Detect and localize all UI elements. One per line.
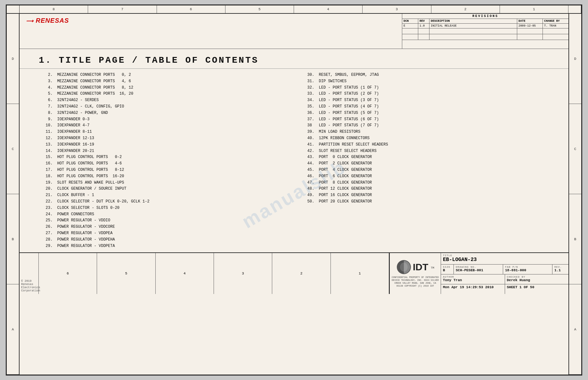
rev-changeby-val: T. TRAN — [543, 24, 568, 28]
col-5: 5 — [225, 5, 294, 13]
rev-data-row-3 — [402, 34, 568, 40]
bottom-col-4: 4 — [156, 253, 214, 294]
rev-rev-val: 1.0 — [418, 24, 429, 28]
row-d-left: D — [7, 14, 19, 104]
size-value: B — [443, 268, 445, 272]
title-section: 1. TITLE PAGE / TABLE OF CONTENTS — [20, 49, 568, 69]
sheet-cell: SHEET 1 OF 50 — [505, 284, 569, 294]
idt-confidential: CONFIDENTIAL PROPERTY OF INTEGRATED DEVI… — [391, 276, 439, 288]
author-label: AUTHOR — [443, 275, 503, 278]
col-7: 7 — [88, 5, 157, 13]
title-label: TITLE — [443, 254, 567, 257]
idt-text: IDT TM — [413, 262, 434, 273]
main-title: 1. TITLE PAGE / TABLE OF CONTENTS — [39, 55, 549, 65]
schematic-sheet: 8 7 6 5 4 3 2 1 D C B A manualslib — [6, 4, 582, 376]
author-value: Tony Tran — [443, 278, 462, 282]
rev-col-date: DATE — [517, 19, 543, 23]
checked-by-value: Derek Huang — [507, 278, 530, 282]
title-info-cell: TITLE EB-LOGAN-23 SIZE B — [441, 253, 568, 294]
revisions-title: REVISIONS — [402, 14, 568, 19]
rev-col-rev: REV — [418, 19, 429, 23]
rev-data-row-2 — [402, 28, 568, 34]
rev-value: 1.1 — [554, 268, 561, 272]
rev-date-val: 2009-12-05 — [517, 24, 543, 28]
right-sidebar: D C B A — [568, 14, 581, 375]
copyright-text: © 2019 Renesas Electronics Corporation — [21, 280, 40, 292]
drawing-row: SIZE B DRAWING NO. SCH-PESEB-001 FAB P/N… — [441, 265, 568, 274]
size-label: SIZE — [443, 265, 452, 268]
fab-pn-value: 18-691-000 — [505, 268, 526, 272]
title-block: IDT TM CONFIDENTIAL PROPERTY OF INTEGRAT… — [389, 253, 568, 294]
title-cell: TITLE EB-LOGAN-23 — [441, 253, 568, 264]
row-b-right: B — [569, 194, 581, 284]
col-6: 6 — [157, 5, 225, 13]
bottom-col-6: 6 — [39, 253, 97, 294]
rev-label: REV. — [554, 265, 567, 268]
rev-desc-val: INITIAL RELEASE — [429, 24, 517, 28]
checked-by-label: CHECKED BY — [507, 275, 567, 278]
idt-icon — [396, 259, 412, 275]
idt-logo: IDT TM — [396, 259, 434, 275]
bottom-col-2: 2 — [272, 253, 331, 294]
toc-area: 2. MEZZANINE CONNECTOR PORTS 0, 2 3. MEZ… — [20, 69, 568, 252]
toc-left-column: 2. MEZZANINE CONNECTOR PORTS 0, 2 3. MEZ… — [39, 72, 288, 249]
fab-pn-label: FAB P/N — [505, 265, 550, 268]
revisions-table: REVISIONS DCN REV DESCRIPTION DATE CHANG… — [402, 14, 568, 49]
top-border: 8 7 6 5 4 3 2 1 — [7, 5, 581, 14]
title-block-inner: IDT TM CONFIDENTIAL PROPERTY OF INTEGRAT… — [390, 253, 568, 294]
bottom-col-1: 1 — [331, 253, 389, 294]
rev-cell-block: REV. 1.1 — [552, 265, 568, 274]
row-c-left: C — [7, 104, 19, 194]
col-3: 3 — [363, 5, 431, 13]
svg-point-1 — [400, 263, 408, 272]
row-b-left: B — [7, 194, 19, 284]
rev-data-row-1: E 1.0 INITIAL RELEASE 2009-12-05 T. TRAN — [402, 24, 568, 28]
row-d-right: D — [569, 14, 581, 104]
date-sheet-row: Mon Apr 19 14:29:53 2010 SHEET 1 OF 50 — [441, 284, 568, 294]
title-row: TITLE EB-LOGAN-23 — [441, 253, 568, 264]
rev-dcn-val: E — [402, 24, 418, 28]
fab-pn-cell: FAB P/N 18-691-000 — [503, 265, 552, 274]
bottom-col-3: 3 — [214, 253, 272, 294]
row-a-left: A — [7, 284, 19, 375]
author-cell: AUTHOR Tony Tran — [441, 274, 505, 284]
sheet-value: SHEET 1 OF 50 — [507, 285, 535, 289]
drawing-no-label: DRAWING NO. — [456, 265, 501, 268]
col-1: 1 — [500, 5, 568, 13]
rev-col-desc: DESCRIPTION — [429, 19, 517, 23]
logo-text: RENESAS — [36, 17, 69, 24]
row-c-right: C — [569, 104, 581, 194]
size-cell: SIZE B — [441, 265, 454, 274]
col-8: 8 — [20, 5, 88, 13]
header-area: ⟶ RENESAS REVISIONS DCN REV DESCRIPTION … — [20, 14, 568, 49]
rev-header-row: DCN REV DESCRIPTION DATE CHANGE BY — [402, 19, 568, 24]
rev-col-changeby: CHANGE BY — [543, 19, 568, 23]
checked-by-cell: CHECKED BY Derek Huang — [505, 274, 569, 284]
renesas-logo: ⟶ RENESAS — [26, 17, 69, 24]
bottom-col-numbers: 6 5 4 3 2 1 — [39, 253, 389, 294]
drawing-no-value: SCH-PESEB-001 — [456, 268, 483, 272]
main-area: D C B A manualslib ⟶ RENESAS — [7, 14, 581, 375]
left-sidebar: D C B A — [7, 14, 20, 375]
sheet-content: manualslib ⟶ RENESAS REVISIONS DCN RE — [20, 14, 568, 375]
row-a-right: A — [569, 284, 581, 375]
col-2: 2 — [431, 5, 500, 13]
date-value: Mon Apr 19 14:29:53 2010 — [443, 285, 494, 289]
rev-col-dcn: DCN — [402, 19, 418, 23]
idt-logo-cell: IDT TM CONFIDENTIAL PROPERTY OF INTEGRAT… — [390, 253, 441, 294]
corner-top-right — [568, 5, 581, 13]
copyright-cell: © 2019 Renesas Electronics Corporation — [20, 253, 39, 294]
bottom-area: © 2019 Renesas Electronics Corporation 6… — [20, 252, 568, 294]
bottom-col-5: 5 — [97, 253, 155, 294]
toc-right-column: 30. RESET, SMBUS, EEPROM, JTAG 31. DIP S… — [300, 72, 549, 249]
author-row: AUTHOR Tony Tran CHECKED BY Derek Huang — [441, 274, 568, 284]
corner-top-left — [7, 5, 20, 13]
logo-area: ⟶ RENESAS — [20, 14, 402, 49]
col-4: 4 — [294, 5, 363, 13]
drawing-no-cell: DRAWING NO. SCH-PESEB-001 — [454, 265, 503, 274]
title-value: EB-LOGAN-23 — [443, 257, 477, 263]
date-cell: Mon Apr 19 14:29:53 2010 — [441, 284, 505, 294]
